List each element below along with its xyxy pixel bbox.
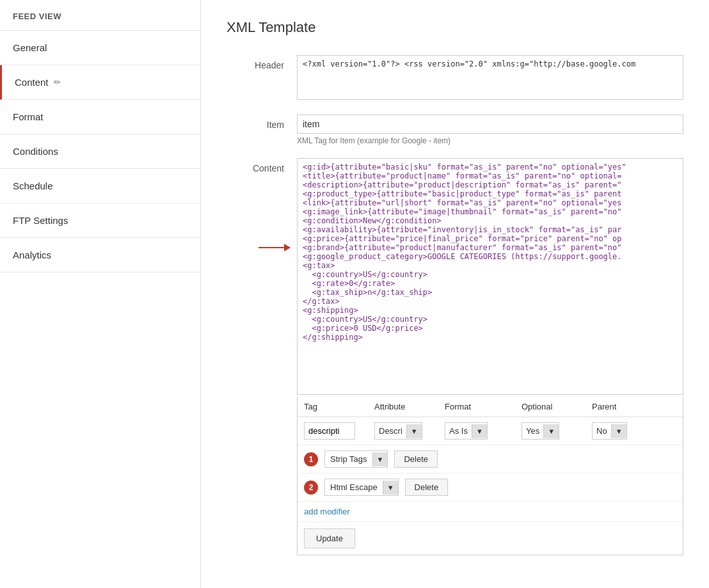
header-field: <?xml version="1.0"?> <rss version="2.0"… — [297, 55, 683, 102]
optional-select[interactable]: Yes ▼ — [522, 422, 559, 440]
arrow-overlay — [259, 241, 294, 254]
modifier-1-dropdown-icon[interactable]: ▼ — [372, 452, 388, 466]
sidebar-item-label: Format — [13, 111, 44, 122]
modifier-2-dropdown-icon[interactable]: ▼ — [383, 481, 398, 495]
modifier-badge-2: 2 — [304, 481, 318, 495]
edit-icon[interactable]: ✏ — [54, 77, 61, 87]
sidebar-item-label: General — [13, 42, 47, 53]
content-row: Content <g:id>{attribute="basic|sku" for… — [227, 158, 683, 555]
arrow-head — [284, 244, 291, 251]
modifier-2-delete-button[interactable]: Delete — [405, 479, 449, 496]
parent-select[interactable]: No ▼ — [592, 422, 627, 440]
col-header-format: Format — [445, 402, 522, 411]
update-wrapper: Update — [298, 522, 683, 555]
item-input[interactable] — [297, 115, 683, 134]
sidebar-item-analytics[interactable]: Analytics — [0, 238, 200, 273]
arrow-line — [259, 247, 284, 248]
sidebar-item-ftp-settings[interactable]: FTP Settings — [0, 203, 200, 238]
modifier-row-2: 2 Html Escape ▼ Delete — [298, 473, 683, 502]
header-row: Header <?xml version="1.0"?> <rss versio… — [227, 55, 683, 102]
sidebar-title: FEED VIEW — [0, 0, 200, 31]
col-header-attribute: Attribute — [374, 402, 445, 411]
tag-input[interactable] — [304, 422, 355, 440]
sidebar-item-label: Analytics — [13, 250, 51, 260]
main-content: XML Template Header <?xml version="1.0"?… — [201, 0, 709, 588]
sidebar-item-label: Content — [15, 77, 49, 88]
parent-dropdown-icon[interactable]: ▼ — [611, 424, 626, 438]
modifier-badge-1: 1 — [304, 452, 318, 466]
sidebar-item-label: FTP Settings — [13, 215, 68, 226]
table-data-row: Descri ▼ As Is ▼ Yes ▼ — [298, 417, 683, 445]
col-parent-value: No ▼ — [592, 422, 676, 440]
modifier-2-val: Html Escape — [325, 479, 383, 495]
modifier-2-select[interactable]: Html Escape ▼ — [324, 479, 399, 496]
attribute-select[interactable]: Descri ▼ — [374, 422, 422, 440]
page-title: XML Template — [227, 19, 683, 36]
item-field: XML Tag for Item (example for Google - i… — [297, 115, 683, 145]
sidebar-item-format[interactable]: Format — [0, 100, 200, 134]
col-header-tag: Tag — [304, 402, 374, 411]
content-field: <g:id>{attribute="basic|sku" format="as_… — [297, 158, 683, 555]
sidebar-item-conditions[interactable]: Conditions — [0, 134, 200, 169]
sidebar-item-label: Schedule — [13, 180, 53, 191]
attribute-select-val: Descri — [375, 423, 406, 439]
col-optional-value: Yes ▼ — [522, 422, 592, 440]
sidebar: FEED VIEW General Content ✏ Format Condi… — [0, 0, 201, 588]
col-tag-value — [304, 422, 374, 440]
col-header-parent: Parent — [592, 402, 676, 411]
sidebar-item-label: Conditions — [13, 146, 58, 157]
update-button[interactable]: Update — [304, 528, 355, 548]
content-textarea[interactable]: <g:id>{attribute="basic|sku" format="as_… — [297, 158, 683, 395]
col-format-value: As Is ▼ — [445, 422, 522, 440]
optional-dropdown-icon[interactable]: ▼ — [543, 424, 559, 438]
col-attr-value: Descri ▼ — [374, 422, 445, 440]
sidebar-item-schedule[interactable]: Schedule — [0, 169, 200, 203]
sidebar-item-content[interactable]: Content ✏ — [0, 65, 200, 100]
item-label: Item — [227, 115, 284, 130]
content-label: Content — [227, 158, 284, 173]
format-select-val: As Is — [445, 423, 472, 439]
modifier-1-val: Strip Tags — [325, 451, 372, 467]
modifier-row-1: 1 Strip Tags ▼ Delete — [298, 445, 683, 473]
format-select[interactable]: As Is ▼ — [445, 422, 488, 440]
bottom-table: Tag Attribute Format Optional Parent Des… — [297, 397, 683, 555]
header-label: Header — [227, 55, 284, 70]
parent-select-val: No — [593, 423, 611, 439]
item-hint: XML Tag for Item (example for Google - i… — [297, 136, 683, 145]
attribute-dropdown-icon[interactable]: ▼ — [406, 424, 422, 438]
table-header-row: Tag Attribute Format Optional Parent — [298, 397, 683, 417]
optional-select-val: Yes — [522, 423, 543, 439]
add-modifier-link[interactable]: add modifier — [298, 502, 683, 522]
format-dropdown-icon[interactable]: ▼ — [472, 424, 487, 438]
sidebar-item-general[interactable]: General — [0, 31, 200, 65]
header-textarea[interactable]: <?xml version="1.0"?> <rss version="2.0"… — [297, 55, 683, 100]
item-row: Item XML Tag for Item (example for Googl… — [227, 115, 683, 145]
col-header-optional: Optional — [522, 402, 592, 411]
modifier-1-delete-button[interactable]: Delete — [394, 450, 438, 468]
modifier-1-select[interactable]: Strip Tags ▼ — [324, 450, 388, 468]
